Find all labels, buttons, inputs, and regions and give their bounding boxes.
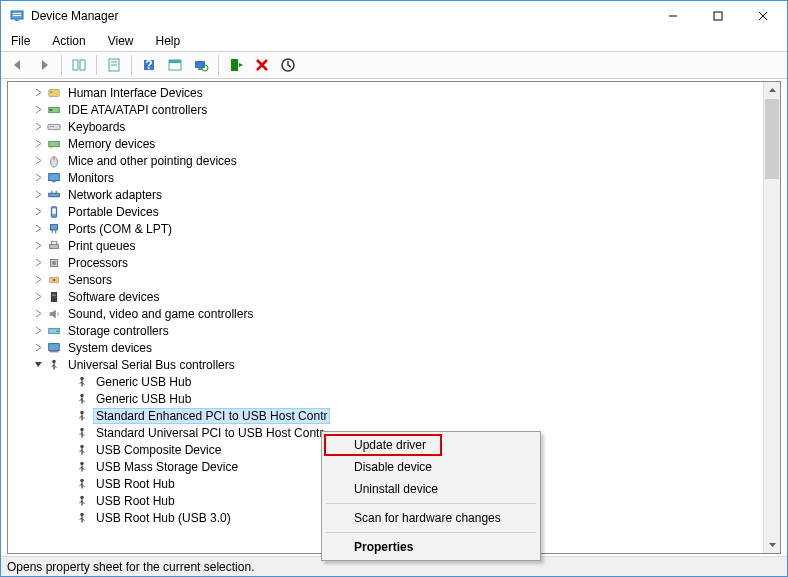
back-button[interactable] — [7, 54, 29, 76]
chevron-right-icon[interactable] — [30, 326, 46, 335]
tree-category[interactable]: Universal Serial Bus controllers — [8, 356, 763, 373]
disable-button[interactable] — [277, 54, 299, 76]
usb-icon — [46, 357, 62, 373]
tree-category[interactable]: Sensors — [8, 271, 763, 288]
context-menu-item[interactable]: Scan for hardware changes — [324, 507, 538, 529]
chevron-right-icon[interactable] — [30, 343, 46, 352]
show-hide-console-button[interactable] — [68, 54, 90, 76]
tree-category[interactable]: Print queues — [8, 237, 763, 254]
tree-category[interactable]: Network adapters — [8, 186, 763, 203]
toolbar-separator — [218, 55, 219, 75]
svg-rect-38 — [51, 190, 52, 193]
tree-device-label: USB Mass Storage Device — [94, 460, 240, 474]
tree-category[interactable]: Human Interface Devices — [8, 84, 763, 101]
sound-icon — [46, 306, 62, 322]
tree-device[interactable]: Generic USB Hub — [8, 373, 763, 390]
update-driver-button[interactable] — [225, 54, 247, 76]
scroll-thumb[interactable] — [765, 99, 779, 179]
svg-rect-23 — [51, 91, 53, 93]
tree-category[interactable]: Ports (COM & LPT) — [8, 220, 763, 237]
svg-rect-27 — [50, 126, 51, 127]
tree-category-label: Universal Serial Bus controllers — [66, 358, 237, 372]
close-button[interactable] — [740, 2, 785, 31]
menu-help[interactable]: Help — [152, 32, 185, 50]
tree-category[interactable]: Memory devices — [8, 135, 763, 152]
system-icon — [46, 340, 62, 356]
svg-rect-22 — [49, 89, 60, 96]
tree-category[interactable]: Storage controllers — [8, 322, 763, 339]
svg-rect-1 — [13, 13, 21, 14]
chevron-right-icon[interactable] — [30, 224, 46, 233]
chevron-right-icon[interactable] — [30, 156, 46, 165]
chevron-down-icon[interactable] — [30, 360, 46, 369]
chevron-right-icon[interactable] — [30, 122, 46, 131]
tree-category[interactable]: Portable Devices — [8, 203, 763, 220]
svg-point-81 — [80, 461, 84, 465]
chevron-right-icon[interactable] — [30, 309, 46, 318]
context-menu-item[interactable]: Uninstall device — [324, 478, 538, 500]
menu-action[interactable]: Action — [48, 32, 89, 50]
tree-category-label: System devices — [66, 341, 154, 355]
titlebar: Device Manager — [1, 1, 787, 31]
tree-category-label: Sensors — [66, 273, 114, 287]
tree-category[interactable]: Processors — [8, 254, 763, 271]
menu-view[interactable]: View — [104, 32, 138, 50]
chevron-right-icon[interactable] — [30, 88, 46, 97]
svg-rect-18 — [198, 68, 202, 70]
scroll-down-button[interactable] — [764, 536, 780, 553]
svg-rect-39 — [56, 190, 57, 193]
tree-category[interactable]: Keyboards — [8, 118, 763, 135]
tree-category-label: Network adapters — [66, 188, 164, 202]
minimize-button[interactable] — [650, 2, 695, 31]
svg-text:?: ? — [145, 58, 152, 72]
tree-category[interactable]: Mice and other pointing devices — [8, 152, 763, 169]
cpu-icon — [46, 255, 62, 271]
tree-category[interactable]: IDE ATA/ATAPI controllers — [8, 101, 763, 118]
tree-category[interactable]: Sound, video and game controllers — [8, 305, 763, 322]
context-menu-item[interactable]: Properties — [324, 536, 538, 558]
status-text: Opens property sheet for the current sel… — [7, 560, 254, 574]
svg-rect-28 — [51, 126, 52, 127]
chevron-right-icon[interactable] — [30, 207, 46, 216]
action-icon-button[interactable] — [164, 54, 186, 76]
tree-category[interactable]: Software devices — [8, 288, 763, 305]
context-menu-item[interactable]: Disable device — [324, 456, 538, 478]
svg-rect-41 — [52, 208, 56, 213]
forward-button[interactable] — [33, 54, 55, 76]
chevron-right-icon[interactable] — [30, 139, 46, 148]
port-icon — [46, 221, 62, 237]
tree-category[interactable]: System devices — [8, 339, 763, 356]
chevron-right-icon[interactable] — [30, 190, 46, 199]
tree-category[interactable]: Monitors — [8, 169, 763, 186]
svg-point-69 — [80, 410, 84, 414]
properties-button[interactable] — [103, 54, 125, 76]
context-menu-item[interactable]: Update driver — [324, 434, 538, 456]
uninstall-button[interactable] — [251, 54, 273, 76]
network-icon — [46, 187, 62, 203]
printer-icon — [46, 238, 62, 254]
chevron-right-icon[interactable] — [30, 258, 46, 267]
svg-rect-46 — [51, 241, 56, 244]
svg-rect-52 — [52, 294, 56, 296]
scan-hardware-button[interactable] — [190, 54, 212, 76]
svg-rect-51 — [51, 292, 56, 301]
chevron-right-icon[interactable] — [30, 275, 46, 284]
svg-rect-48 — [52, 261, 56, 265]
help-button[interactable]: ? — [138, 54, 160, 76]
menu-file[interactable]: File — [7, 32, 34, 50]
vertical-scrollbar[interactable] — [763, 82, 780, 553]
maximize-button[interactable] — [695, 2, 740, 31]
chevron-right-icon[interactable] — [30, 241, 46, 250]
tree-device[interactable]: Standard Enhanced PCI to USB Host Contr — [8, 407, 763, 424]
tree-device[interactable]: Generic USB Hub — [8, 390, 763, 407]
usb-dev-icon — [74, 391, 90, 407]
chevron-right-icon[interactable] — [30, 173, 46, 182]
chevron-right-icon[interactable] — [30, 292, 46, 301]
memory-icon — [46, 136, 62, 152]
chevron-right-icon[interactable] — [30, 105, 46, 114]
tree-device-label: USB Root Hub — [94, 477, 177, 491]
usb-dev-icon — [74, 425, 90, 441]
scroll-up-button[interactable] — [764, 82, 780, 99]
tree-category-label: Keyboards — [66, 120, 127, 134]
context-menu-separator — [326, 532, 536, 533]
